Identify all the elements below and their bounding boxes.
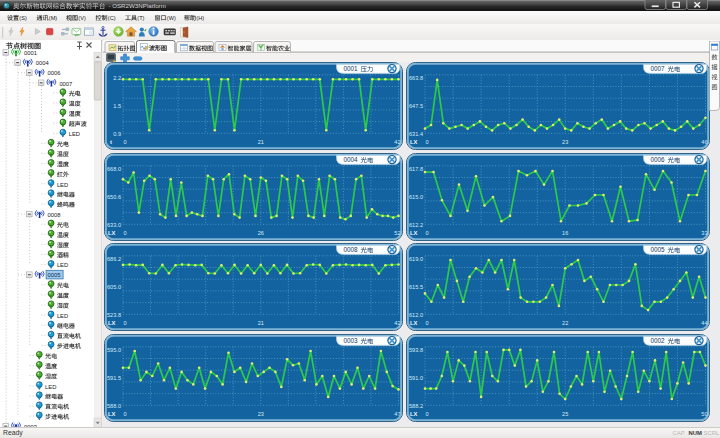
svg-text:CAP: CAP bbox=[673, 430, 685, 436]
svg-text:NUM: NUM bbox=[689, 430, 703, 436]
svg-text:Ready: Ready bbox=[3, 429, 23, 437]
svg-text:SCRL: SCRL bbox=[704, 430, 720, 436]
